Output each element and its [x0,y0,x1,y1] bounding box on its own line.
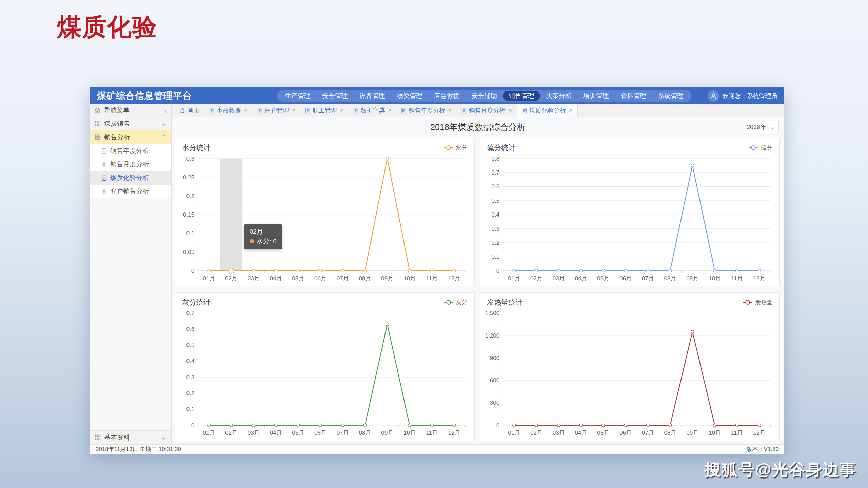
page-title: 2018年煤质数据综合分析 [172,117,784,133]
svg-text:02月: 02月 [530,430,542,436]
close-icon[interactable]: × [509,107,512,114]
nav-item[interactable]: 安全管理 [316,91,354,101]
tab-首页[interactable]: 首页 [175,104,204,117]
legend-line-icon [444,302,453,303]
nav-item[interactable]: 资料管理 [615,91,652,101]
document-icon [401,108,406,114]
svg-text:05月: 05月 [292,275,304,282]
svg-text:07月: 07月 [642,430,654,436]
sidebar: 导航菜单 ‹ 煤炭销售⌄销售分析⌃销售年度分析销售月度分析煤质化验分析客户销售分… [90,104,172,444]
svg-text:01月: 01月 [508,275,520,282]
user-area[interactable]: 欢迎您：系统管理员 [708,90,777,102]
sidebar-item-label: 客户销售分析 [110,187,149,196]
year-select[interactable]: 2018年 ⌄ [743,121,779,133]
sidebar-item-label: 销售年度分析 [110,146,149,155]
nav-item[interactable]: 培训管理 [577,91,615,101]
document-icon [209,108,214,114]
sidebar-item-label: 销售月度分析 [110,160,149,169]
svg-text:12月: 12月 [753,275,765,282]
sidebar-item-销售年度分析[interactable]: 销售年度分析 [90,144,171,158]
nav-item[interactable]: 应急救援 [428,91,466,101]
svg-text:0.5: 0.5 [491,198,499,204]
legend-item[interactable]: 水分 [444,144,468,152]
svg-text:10月: 10月 [403,275,416,282]
svg-text:03月: 03月 [248,275,260,282]
svg-text:05月: 05月 [292,430,304,436]
chevron-down-icon: ⌄ [161,433,166,441]
tab-用户管理[interactable]: 用户管理× [253,104,301,117]
svg-text:07月: 07月 [337,430,349,436]
sidebar-collapse-icon[interactable]: ‹ [165,107,167,115]
legend-item[interactable]: 硫分 [749,144,772,152]
sidebar-header-label: 导航菜单 [104,106,130,115]
tab-煤质化验分析[interactable]: 煤质化验分析× [517,104,578,117]
main-content: 2018年煤质数据综合分析 2018年 ⌄ 水分统计 水分 00.050.10.… [172,117,784,444]
legend-item[interactable]: 灰分 [444,299,468,306]
slide-background: 煤质化验 煤矿综合信息管理平台 生产管理安全管理设备管理物资管理应急救援安全辅助… [0,0,868,488]
svg-text:11月: 11月 [731,430,743,436]
nav-item[interactable]: 生产管理 [279,91,316,101]
nav-item[interactable]: 安全辅助 [466,91,503,101]
svg-text:10月: 10月 [708,275,721,282]
close-icon[interactable]: × [340,107,344,114]
app-header: 煤矿综合信息管理平台 生产管理安全管理设备管理物资管理应急救援安全辅助销售管理决… [90,87,784,104]
svg-text:0.6: 0.6 [186,326,195,332]
svg-text:09月: 09月 [381,275,393,282]
close-icon[interactable]: × [292,107,296,114]
sidebar-item-煤质化验分析[interactable]: 煤质化验分析 [90,171,171,185]
svg-text:03月: 03月 [552,430,565,436]
legend-label: 发热量 [755,299,772,306]
sidebar-item-销售月度分析[interactable]: 销售月度分析 [90,158,171,171]
svg-text:10月: 10月 [403,430,416,436]
tab-事故救援[interactable]: 事故救援× [204,104,253,117]
legend-item[interactable]: 发热量 [743,299,772,306]
nav-item[interactable]: 系统管理 [652,91,689,101]
svg-text:11月: 11月 [426,275,438,282]
sidebar-group-销售分析[interactable]: 销售分析⌃ [90,130,171,144]
close-icon[interactable]: × [569,107,573,114]
svg-text:0.5: 0.5 [186,342,195,348]
svg-text:1,200: 1,200 [485,332,499,339]
svg-text:0.2: 0.2 [491,240,499,246]
tab-职工管理[interactable]: 职工管理× [300,104,349,117]
sidebar-group-label: 销售分析 [104,133,130,142]
svg-text:900: 900 [490,355,499,361]
nav-item[interactable]: 设备管理 [354,91,391,101]
close-icon[interactable]: × [388,107,392,114]
nav-item[interactable]: 物资管理 [391,91,428,101]
svg-text:08月: 08月 [664,275,676,282]
svg-text:08月: 08月 [359,275,371,282]
legend-line-icon [444,147,453,148]
svg-text:05月: 05月 [597,430,609,436]
tab-label: 销售年度分析 [409,106,445,115]
svg-text:0: 0 [191,422,195,429]
line-chart: 00.10.20.30.40.50.60.701月02月03月04月05月06月… [175,307,474,440]
close-icon[interactable]: × [448,107,452,114]
svg-text:600: 600 [490,377,499,384]
layers-icon [94,107,100,114]
svg-text:02月: 02月 [225,275,237,282]
nav-item[interactable]: 决策分析 [540,91,577,101]
legend-line-icon [749,147,758,148]
chart-panel-moisture: 水分统计 水分 00.050.10.150.20.250.301月02月03月0… [175,138,475,286]
sidebar-item-客户销售分析[interactable]: 客户销售分析 [90,185,171,198]
line-chart: 00.10.20.30.40.50.60.70.801月02月03月04月05月… [480,152,780,285]
nav-item[interactable]: 销售管理 [503,91,540,101]
svg-text:1,500: 1,500 [485,310,499,317]
sidebar-group-basic-data[interactable]: 基本资料 ⌄ [90,431,171,444]
tab-数据字典[interactable]: 数据字典× [349,104,397,117]
svg-text:05月: 05月 [597,275,609,282]
tab-销售月度分析[interactable]: 销售月度分析× [457,104,517,117]
user-avatar-icon [708,90,719,102]
tab-销售年度分析[interactable]: 销售年度分析× [396,104,457,117]
sidebar-group-煤炭销售[interactable]: 煤炭销售⌄ [90,117,171,130]
svg-text:02月: 02月 [530,275,542,282]
app-title: 煤矿综合信息管理平台 [97,90,192,102]
svg-text:04月: 04月 [270,430,282,436]
close-icon[interactable]: × [244,107,248,114]
chart-panel-sulfur: 硫分统计 硫分 00.10.20.30.40.50.60.70.801月02月0… [480,138,780,286]
svg-text:08月: 08月 [664,430,676,436]
tab-label: 首页 [188,106,200,115]
welcome-text: 欢迎您：系统管理员 [723,92,777,100]
document-icon [257,108,262,114]
